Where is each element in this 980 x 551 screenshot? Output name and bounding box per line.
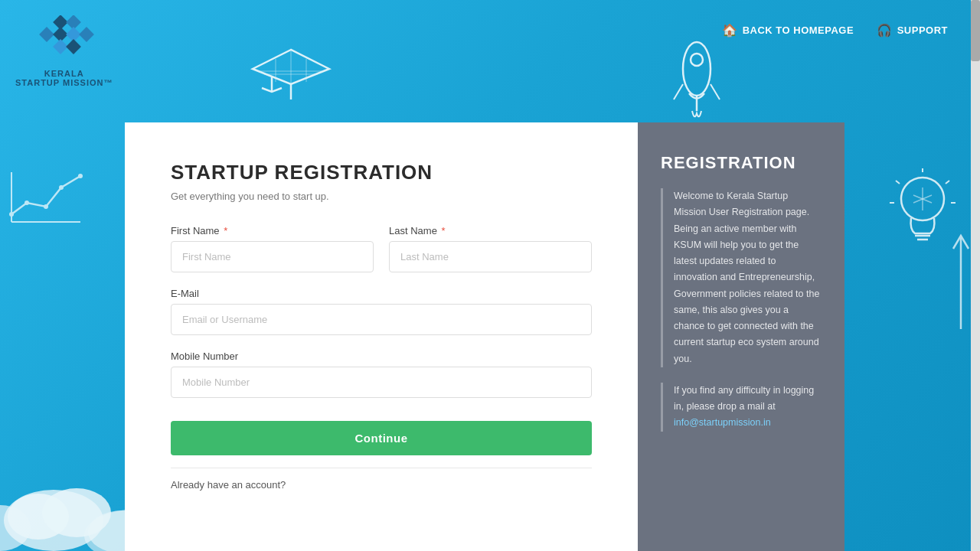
info-title: REGISTRATION xyxy=(661,153,822,173)
last-name-label: Last Name * xyxy=(389,225,592,236)
chart-icon xyxy=(8,168,84,230)
email-group: E-Mail xyxy=(171,288,592,335)
logo-area: KERALAKERALA STARTUP MISSION™STARTUP MIS… xyxy=(15,15,113,87)
info-panel: REGISTRATION Welcome to Kerala Startup M… xyxy=(638,122,844,551)
scrollbar-thumb[interactable] xyxy=(971,0,980,61)
divider xyxy=(171,468,592,468)
svg-line-38 xyxy=(946,181,949,184)
homepage-label: BACK TO HOMEPAGE xyxy=(743,24,854,36)
svg-point-26 xyxy=(59,185,64,190)
logo-icon xyxy=(34,15,95,69)
mobile-label: Mobile Number xyxy=(171,350,592,362)
header: KERALAKERALA STARTUP MISSION™STARTUP MIS… xyxy=(0,0,971,122)
last-name-group: Last Name * xyxy=(389,225,592,272)
last-name-input[interactable] xyxy=(389,241,592,272)
svg-rect-5 xyxy=(79,27,94,42)
info-email-link[interactable]: info@startupmission.in xyxy=(674,417,771,428)
svg-rect-6 xyxy=(53,39,68,54)
last-name-required: * xyxy=(442,225,446,236)
info-text-2: If you find any difficulty in logging in… xyxy=(661,383,822,432)
first-name-required: * xyxy=(224,225,227,236)
svg-point-27 xyxy=(78,174,83,178)
header-nav: 🏠 BACK TO HOMEPAGE 🎧 SUPPORT xyxy=(722,23,948,37)
arrow-up-icon xyxy=(949,230,972,337)
continue-button[interactable]: Continue xyxy=(171,421,592,455)
first-name-group: First Name * xyxy=(171,225,374,272)
first-name-input[interactable] xyxy=(171,241,374,272)
form-subtitle: Get everything you need to start up. xyxy=(171,191,592,202)
support-link[interactable]: 🎧 SUPPORT xyxy=(877,23,948,37)
already-account-text: Already have an account? xyxy=(171,479,592,491)
support-icon: 🎧 xyxy=(877,23,893,37)
svg-point-23 xyxy=(9,212,14,217)
name-row: First Name * Last Name * xyxy=(171,225,592,272)
email-label: E-Mail xyxy=(171,288,592,299)
info-text-1: Welcome to Kerala Startup Mission User R… xyxy=(661,188,822,367)
back-to-homepage-link[interactable]: 🏠 BACK TO HOMEPAGE xyxy=(722,23,854,37)
lightbulb-icon xyxy=(888,168,957,260)
mobile-group: Mobile Number xyxy=(171,350,592,398)
svg-point-25 xyxy=(44,204,48,209)
home-icon: 🏠 xyxy=(722,23,738,37)
svg-rect-2 xyxy=(39,27,54,42)
svg-point-24 xyxy=(24,201,29,205)
scrollbar[interactable] xyxy=(971,0,980,551)
form-panel: STARTUP REGISTRATION Get everything you … xyxy=(125,122,638,551)
svg-line-40 xyxy=(896,181,900,184)
first-name-label: First Name * xyxy=(171,225,374,236)
mobile-input[interactable] xyxy=(171,367,592,398)
svg-rect-7 xyxy=(66,39,81,54)
logo-text: KERALAKERALA STARTUP MISSION™STARTUP MIS… xyxy=(15,69,113,87)
form-title: STARTUP REGISTRATION xyxy=(171,161,592,184)
email-input[interactable] xyxy=(171,304,592,335)
support-label: SUPPORT xyxy=(897,24,948,36)
modal-container: STARTUP REGISTRATION Get everything you … xyxy=(125,122,844,551)
